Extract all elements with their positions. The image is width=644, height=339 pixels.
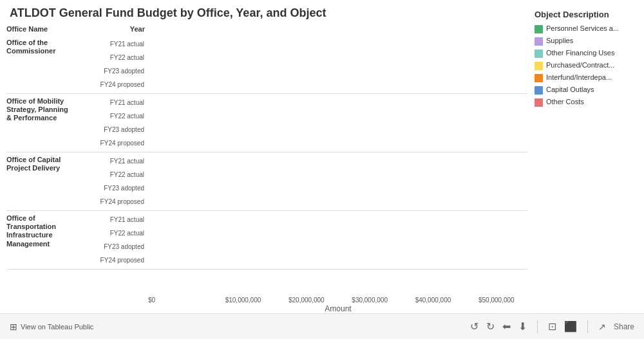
year-cell-3-3: FY24 proposed	[90, 257, 148, 264]
year-cell-2-0: FY21 actual	[90, 158, 148, 165]
divider2	[587, 320, 588, 333]
legend-title: Object Description	[535, 10, 638, 19]
office-row-2-1: FY22 actual	[6, 168, 528, 181]
year-cell-1-2: FY23 adopted	[90, 126, 148, 133]
office-block-2: Office of Capital Project DeliveryFY21 a…	[6, 152, 528, 211]
year-cell-3-0: FY21 actual	[90, 216, 148, 223]
share-label[interactable]: Share	[614, 322, 634, 331]
legend-item-5: Capital Outlays	[535, 86, 638, 95]
tableau-grid-icon: ⊞	[10, 322, 17, 332]
chart-left: ATLDOT General Fund Budget by Office, Ye…	[6, 6, 528, 313]
legend-color-3	[535, 62, 543, 70]
legend-text-5: Capital Outlays	[546, 86, 594, 93]
bar-cell-1-1	[148, 109, 528, 122]
col-year: Year	[90, 25, 148, 33]
legend-item-0: Personnel Services a...	[535, 24, 638, 33]
share-icon[interactable]: ↗	[598, 322, 606, 332]
office-block-0: Office of the CommissionerFY21 actualFY2…	[6, 35, 528, 94]
chart-table: Office Name Year Office of the Commissio…	[6, 25, 528, 313]
x-axis-label-0: $0	[148, 297, 211, 304]
office-row-3-3: FY24 proposed	[6, 253, 528, 266]
year-cell-3-1: FY22 actual	[90, 230, 148, 237]
col-bars-header	[148, 25, 528, 33]
bar-cell-2-2	[148, 181, 528, 194]
office-row-3-1: FY22 actual	[6, 226, 528, 239]
back-icon[interactable]: ⬅	[502, 320, 511, 333]
office-row-1-3: FY24 proposed	[6, 136, 528, 149]
office-row-3-0: Office of Transportation Infrastructure …	[6, 213, 528, 226]
office-block-3: Office of Transportation Infrastructure …	[6, 211, 528, 270]
legend-text-0: Personnel Services a...	[546, 24, 619, 32]
bar-cell-0-3	[148, 78, 528, 91]
office-row-1-2: FY23 adopted	[6, 123, 528, 136]
office-row-1-0: Office of Mobility Strategy, Planning & …	[6, 96, 528, 109]
legend-text-2: Other Financing Uses	[546, 49, 614, 57]
x-axis-labels: $0$10,000,000$20,000,000$30,000,000$40,0…	[6, 297, 528, 304]
legend-color-6	[535, 98, 543, 107]
x-axis-label-1: $10,000,000	[211, 297, 274, 304]
view-icon[interactable]: ⊡	[548, 320, 556, 333]
undo-icon[interactable]: ↺	[470, 320, 478, 333]
legend-items: Personnel Services a... Supplies Other F…	[535, 24, 638, 107]
office-row-2-0: Office of Capital Project DeliveryFY21 a…	[6, 154, 528, 167]
legend-text-4: Interfund/Interdepa...	[546, 73, 612, 81]
year-cell-0-1: FY22 actual	[90, 54, 148, 61]
year-cell-3-2: FY23 adopted	[90, 243, 148, 250]
x-axis-label-3: $30,000,000	[338, 297, 401, 304]
legend-item-3: Purchased/Contract...	[535, 61, 638, 70]
office-row-3-2: FY23 adopted	[6, 240, 528, 253]
chart-title: ATLDOT General Fund Budget by Office, Ye…	[6, 6, 528, 20]
redo-icon[interactable]: ↻	[486, 320, 495, 333]
col-office: Office Name	[6, 25, 90, 33]
legend-color-0	[535, 25, 543, 33]
legend-item-2: Other Financing Uses	[535, 49, 638, 58]
x-axis-title: Amount	[6, 304, 528, 313]
office-block-1: Office of Mobility Strategy, Planning & …	[6, 94, 528, 152]
legend-color-5	[535, 86, 543, 95]
x-axis-label-4: $40,000,000	[401, 297, 464, 304]
bar-cell-1-3	[148, 136, 528, 149]
forward-icon[interactable]: ⬇	[518, 320, 527, 333]
download-icon[interactable]: ⬛	[564, 320, 577, 333]
office-row-0-1: FY22 actual	[6, 51, 528, 64]
legend-color-2	[535, 50, 543, 58]
office-row-2-3: FY24 proposed	[6, 195, 528, 208]
year-cell-0-0: FY21 actual	[90, 41, 148, 48]
divider1	[537, 320, 538, 333]
bar-cell-2-3	[148, 195, 528, 208]
legend-color-4	[535, 74, 543, 82]
bar-cell-1-2	[148, 123, 528, 136]
office-row-1-1: FY22 actual	[6, 109, 528, 122]
bar-cell-1-0	[148, 96, 528, 109]
office-row-2-2: FY23 adopted	[6, 181, 528, 194]
legend-item-4: Interfund/Interdepa...	[535, 73, 638, 82]
bar-cell-3-0	[148, 213, 528, 226]
bar-cell-3-1	[148, 226, 528, 239]
year-cell-1-1: FY22 actual	[90, 113, 148, 120]
offices-container: Office of the CommissionerFY21 actualFY2…	[6, 35, 528, 295]
legend-color-1	[535, 37, 543, 46]
legend-text-1: Supplies	[546, 37, 573, 44]
office-row-0-3: FY24 proposed	[6, 78, 528, 91]
bar-cell-0-0	[148, 37, 528, 50]
year-cell-1-0: FY21 actual	[90, 99, 148, 106]
main-container: ATLDOT General Fund Budget by Office, Ye…	[0, 0, 644, 339]
year-cell-2-2: FY23 adopted	[90, 185, 148, 192]
legend-item-1: Supplies	[535, 37, 638, 46]
footer: ⊞ View on Tableau Public ↺ ↻ ⬅ ⬇ ⊡ ⬛ ↗ S…	[0, 313, 644, 339]
bar-cell-2-1	[148, 168, 528, 181]
x-axis-label-5: $50,000,000	[465, 297, 528, 304]
legend-text-6: Other Costs	[546, 98, 584, 105]
office-row-0-0: Office of the CommissionerFY21 actual	[6, 37, 528, 50]
chart-area: ATLDOT General Fund Budget by Office, Ye…	[0, 0, 644, 313]
year-cell-0-3: FY24 proposed	[90, 81, 148, 88]
bar-cell-3-3	[148, 253, 528, 266]
legend-item-6: Other Costs	[535, 98, 638, 107]
legend: Object Description Personnel Services a.…	[528, 6, 638, 313]
year-cell-2-3: FY24 proposed	[90, 198, 148, 205]
bar-cell-0-2	[148, 64, 528, 77]
year-cell-1-3: FY24 proposed	[90, 140, 148, 147]
year-cell-2-1: FY22 actual	[90, 171, 148, 178]
bar-cell-3-2	[148, 240, 528, 253]
tableau-logo[interactable]: ⊞ View on Tableau Public	[10, 322, 93, 332]
